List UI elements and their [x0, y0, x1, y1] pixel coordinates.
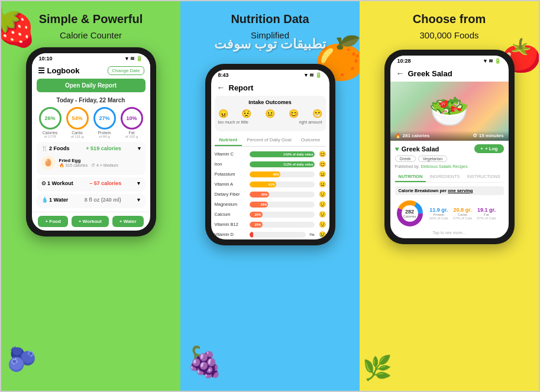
calories-macro: 26% Calories of 1778 [39, 107, 62, 138]
egg-icon: 🥚 [41, 155, 56, 170]
workout-section: ⊙ 1 Workout – 57 calories ▾ [37, 177, 145, 192]
emoji-scale: 😠 😟 😐 😊 😁 [218, 109, 322, 118]
nutrient-vitamin-c: Vitamin C 142% of daily value 😊 [211, 149, 329, 159]
carbs-macro: 54% Carbs of 131 g [66, 107, 89, 138]
arabic-text: تطبيقات توب سوفت [214, 37, 326, 52]
intake-outcomes-box: Intake Outcomes 😠 😟 😐 😊 😁 too much or li… [215, 96, 326, 131]
salad-back-button[interactable]: ← [396, 69, 405, 78]
egg-info: Fried Egg 🔥 315 calories ⏱ 4 × Medium [59, 158, 141, 168]
grape-decoration: 🍇 [186, 345, 223, 379]
water-section: 💧 1 Water 8 fl oz (240 ml) ▾ [37, 194, 145, 208]
calories-circle: 26% [39, 107, 62, 129]
date-header: Today - Friday, 22 March [32, 96, 150, 107]
right-icons: ▾ ≋ 🔋 [484, 58, 501, 64]
scale-left-label: too much or little [218, 120, 248, 124]
nutrient-vitamin-a: Vitamin A 41% 😐 [211, 179, 329, 189]
center-time: 8:43 [218, 72, 229, 78]
happy-emoji: 😊 [289, 109, 299, 118]
salad-overlay: 🔥 281 calories ⏱ 15 minutes [390, 131, 509, 141]
neutral-emoji: 😐 [265, 109, 275, 118]
expand-icon[interactable]: ▾ [138, 145, 141, 151]
salad-name-row: ♥ Greek Salad + + Log [395, 144, 504, 153]
salad-name: Greek Salad [402, 145, 439, 153]
left-phone: 10:10 ▾ ≋ 🔋 ☰ Logbook Change Date Open D… [26, 47, 156, 237]
donut-label: 282 Calories [403, 209, 416, 218]
blackberry-decoration: 🫐 [7, 345, 37, 373]
water-expand-icon[interactable]: ▾ [137, 197, 140, 203]
scale-right-label: right amount [299, 120, 322, 124]
strawberry-decoration: 🍓 [1, 7, 37, 49]
nutrition-tab[interactable]: NUTRITION [395, 172, 426, 182]
salad-name-with-heart: ♥ Greek Salad [395, 145, 439, 153]
center-panel-title: Nutrition Data [231, 12, 309, 27]
fat-breakdown: 19.1 gr. Fat 57% of Cals [477, 207, 496, 220]
report-title: Report [229, 83, 254, 92]
macro-breakdown: 11.9 gr. Protein 16% of Cals 20.8 gr. Ca… [429, 207, 496, 220]
instructions-tab[interactable]: INSTRUCTIONS [464, 172, 504, 182]
nutrient-calcium: Calcium 20% 😟 [211, 209, 329, 219]
panel-center: 🍊 🍇 Nutrition Data Simplified تطبيقات تو… [180, 1, 360, 391]
foods-icon: 🍴 2 Foods [41, 145, 70, 151]
left-panel-title: Simple & Powerful [39, 12, 143, 27]
foods-section-header: 🍴 2 Foods + 519 calories ▾ [41, 145, 141, 151]
logbook-title: ☰ Logbook [38, 66, 80, 75]
protein-macro: 27% Protein of 84 g [93, 107, 116, 138]
menu-icon[interactable]: ☰ [38, 66, 45, 75]
salad-detail: ♥ Greek Salad + + Log Greek Vegetarian [390, 141, 509, 238]
published-by: Published by: Delicious Salads Recipes [395, 164, 504, 169]
daily-goal-tab[interactable]: Percent of Daily Goal [242, 135, 296, 146]
tag-greek: Greek [395, 155, 416, 162]
outcome-tab[interactable]: Outcome [296, 135, 325, 146]
fat-macro: 10% Fat of 102 g [121, 107, 143, 138]
bottom-action-bar: + Food + Workout + Water [32, 212, 150, 231]
ingredients-tab[interactable]: INGREDIENTS [426, 172, 463, 182]
panel-right: 🍅 🌿 Choose from 300,000 Foods 10:28 ▾ ≋ … [360, 1, 539, 391]
right-status-bar: 10:28 ▾ ≋ 🔋 [390, 56, 509, 66]
right-phone-screen: 10:28 ▾ ≋ 🔋 ← Greek Salad 🥗 🔥 [390, 56, 509, 238]
left-time: 10:10 [39, 56, 53, 61]
plus-icon: + [480, 146, 483, 151]
water-section-header: 💧 1 Water 8 fl oz (240 ml) ▾ [41, 197, 141, 203]
workout-expand-icon[interactable]: ▾ [137, 180, 140, 186]
right-phone: 10:28 ▾ ≋ 🔋 ← Greek Salad 🥗 🔥 [384, 50, 515, 244]
add-water-button[interactable]: + Water [112, 216, 144, 227]
add-food-button[interactable]: + Food [38, 216, 67, 227]
nutrient-iron: Iron 112% of daily value 😊 [211, 159, 329, 169]
fire-icon: 🔥 [395, 133, 401, 138]
center-phone: 8:43 ▾ ≋ 🔋 ← Report Intake Outcomes 😠 😟 … [205, 64, 335, 245]
open-daily-report-button[interactable]: Open Daily Report [37, 79, 145, 92]
salad-image: 🥗 🔥 281 calories ⏱ 15 minutes [390, 82, 509, 141]
left-phone-screen: 10:10 ▾ ≋ 🔋 ☰ Logbook Change Date Open D… [32, 53, 150, 231]
salad-calories-info: 🔥 281 calories [395, 133, 430, 138]
scale-labels: too much or little right amount [218, 120, 322, 124]
log-button[interactable]: + + Log [474, 144, 503, 153]
salad-header-title: Greek Salad [408, 69, 452, 78]
nutrition-tabs: NUTRITION INGREDIENTS INSTRUCTIONS [395, 172, 504, 183]
workout-calories: – 57 calories [89, 180, 121, 186]
center-status-bar: 8:43 ▾ ≋ 🔋 [211, 70, 329, 80]
salad-time-info: ⏱ 15 minutes [473, 133, 504, 138]
calorie-breakdown-title: Calorie Breakdown per one serving [395, 186, 504, 195]
workout-section-header: ⊙ 1 Workout – 57 calories ▾ [41, 180, 141, 186]
right-panel-subtitle: 300,000 Foods [419, 30, 478, 40]
carbs-circle: 54% [66, 107, 89, 129]
tag-vegetarian: Vegetarian [418, 155, 447, 162]
clock-icon: ⏱ [473, 133, 477, 138]
fat-circle: 10% [121, 107, 143, 129]
tap-more-label: Tap to see more... [395, 231, 504, 235]
water-amount: 8 fl oz (240 ml) [85, 197, 121, 203]
workout-icon: ⊙ 1 Workout [41, 180, 73, 186]
change-date-button[interactable]: Change Date [108, 66, 144, 75]
macros-row: 26% Calories of 1778 54% Carbs of 131 g [32, 107, 150, 142]
back-button[interactable]: ← [217, 83, 225, 92]
add-workout-button[interactable]: + Workout [72, 216, 109, 227]
center-icons: ▾ ≋ 🔋 [305, 72, 322, 78]
nutrient-dietary-fiber: Dietary Fiber 30% 😟 [211, 189, 329, 199]
nutrients-list: Vitamin C 142% of daily value 😊 Iron [211, 149, 329, 239]
center-phone-screen: 8:43 ▾ ≋ 🔋 ← Report Intake Outcomes 😠 😟 … [211, 70, 329, 239]
intake-title: Intake Outcomes [218, 99, 322, 105]
left-icons: ▾ ≋ 🔋 [125, 56, 143, 61]
nutrient-tab[interactable]: Nutrient [215, 135, 242, 146]
great-emoji: 😁 [312, 109, 322, 118]
foods-calories: + 519 calories [86, 145, 121, 151]
